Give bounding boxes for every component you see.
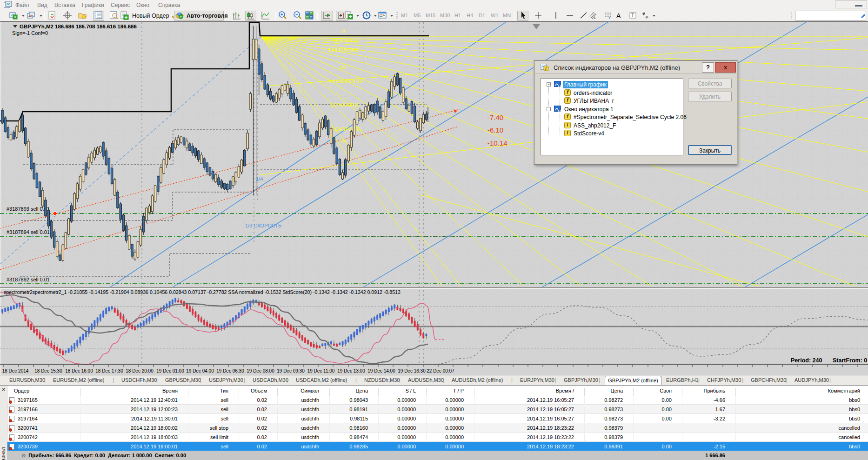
svg-text:StartFrom: 0: StartFrom: 0 <box>833 357 867 364</box>
svg-text:19 Dec 01:00: 19 Dec 01:00 <box>156 368 184 373</box>
svg-text:2/3 СКОРОСТЬ: 2/3 СКОРОСТЬ <box>327 79 363 84</box>
svg-text:18 Dec 17:30: 18 Dec 17:30 <box>95 368 123 373</box>
svg-text:19 Dec 14:00: 19 Dec 14:00 <box>367 368 395 373</box>
svg-text:19 Dec 13:00: 19 Dec 13:00 <box>337 368 365 373</box>
svg-text:19 Dec 04:00: 19 Dec 04:00 <box>186 368 214 373</box>
svg-text:1/3 СКОРОСТЬ: 1/3 СКОРОСТЬ <box>245 223 281 228</box>
svg-text:#3187894 sell 0.01: #3187894 sell 0.01 <box>7 229 50 235</box>
svg-text:-6.10: -6.10 <box>487 126 503 134</box>
svg-text:#3187893 sell 0.01: #3187893 sell 0.01 <box>7 206 50 212</box>
svg-text:0: 0 <box>342 28 345 34</box>
svg-text:1/4: 1/4 <box>340 139 347 144</box>
svg-text:22 Dec 00:07: 22 Dec 00:07 <box>427 368 454 373</box>
svg-text:1/2 БАЛАНС: 1/2 БАЛАНС <box>330 102 360 107</box>
svg-text:1X16 ВХОД: 1X16 ВХОД <box>331 38 359 43</box>
svg-text:19 Dec 06:30: 19 Dec 06:30 <box>216 368 244 373</box>
svg-text:-7.40: -7.40 <box>487 113 503 121</box>
svg-text:3/4: 3/4 <box>340 65 347 70</box>
svg-text:GBPJPYh,M2 186.686 186.708 18: GBPJPYh,M2 186.686 186.708 186.616 186.6… <box>20 24 137 29</box>
svg-text:spectrometr2spectrometr2_1 -0.: spectrometr2spectrometr2_1 -0.21055 -0.1… <box>4 289 401 295</box>
svg-text:#3187892 sell 0.01: #3187892 sell 0.01 <box>7 277 50 282</box>
svg-text:1X8 КРИЗИС: 1X8 КРИЗИС <box>328 47 359 53</box>
svg-text:19 Dec 16:30: 19 Dec 16:30 <box>398 368 426 373</box>
svg-text:19 Dec 11:00: 19 Dec 11:00 <box>307 368 335 373</box>
svg-text:18 Dec 16:00: 18 Dec 16:00 <box>65 368 93 373</box>
svg-text:18 Dec 20:00: 18 Dec 20:00 <box>126 368 154 373</box>
svg-text:18 Dec 15:30: 18 Dec 15:30 <box>34 368 62 373</box>
svg-text:Sign=-1 Conf=0: Sign=-1 Conf=0 <box>12 30 48 36</box>
svg-text:1/4: 1/4 <box>256 176 263 182</box>
svg-text:-10.14: -10.14 <box>487 139 507 147</box>
svg-text:19 Dec 09:30: 19 Dec 09:30 <box>277 368 305 373</box>
svg-text:18 Dec 2014: 18 Dec 2014 <box>2 368 29 373</box>
svg-text:Period: 240: Period: 240 <box>791 357 822 364</box>
svg-text:19 Dec 08:00: 19 Dec 08:00 <box>247 368 274 373</box>
